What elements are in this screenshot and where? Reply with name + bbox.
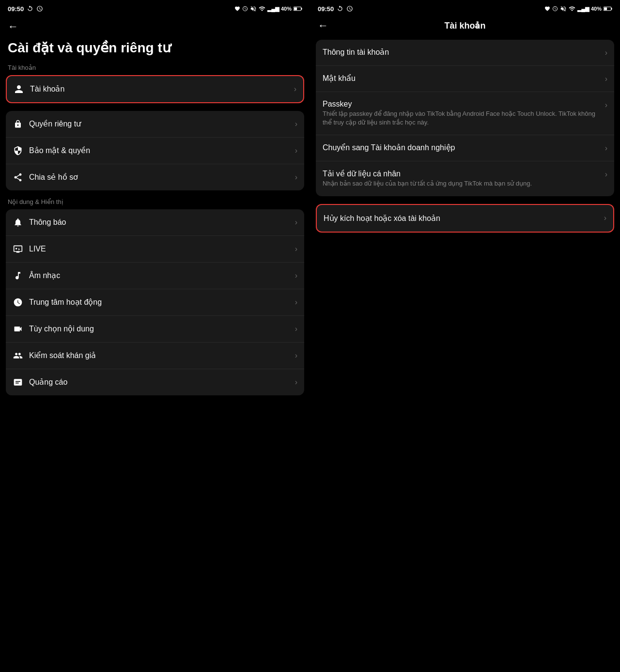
menu-item-live[interactable]: LIVE › (6, 236, 304, 263)
status-time-left: 09:50 (8, 5, 43, 13)
signal-bars-left: ▂▄▆ (267, 6, 279, 12)
right-header: ← Tài khoản (310, 16, 620, 36)
left-phone-screen: 09:50 ▂▄▆ 40% ← Cài đặt và quyền riêng t… (0, 0, 310, 672)
menu-item-trung-tam[interactable]: Trung tâm hoạt động › (6, 289, 304, 316)
right-phone-screen: 09:50 ▂▄▆ 40% ← Tài khoản Thông tin tài … (310, 0, 620, 672)
chevron-mat-khau: › (605, 75, 607, 83)
quyen-rieng-tu-label: Quyền riêng tư (29, 119, 295, 128)
alarm-icon (36, 5, 43, 12)
tai-ve-content: Tải về dữ liệu cá nhân Nhận bản sao dữ l… (323, 169, 605, 188)
menu-item-bao-mat[interactable]: Bảo mật & quyền › (6, 138, 304, 164)
alarm-icon-r (346, 5, 353, 12)
person-icon (14, 84, 24, 94)
chevron-quang-cao: › (295, 378, 297, 387)
ads-icon (13, 377, 23, 388)
bell-icon (13, 217, 23, 228)
mute-icon (250, 5, 257, 12)
menu-item-tuy-chon[interactable]: Tùy chọn nội dung › (6, 316, 304, 343)
menu-item-thong-bao[interactable]: Thông báo › (6, 209, 304, 236)
menu-item-mat-khau[interactable]: Mật khẩu › (316, 66, 614, 92)
menu-item-tai-ve[interactable]: Tải về dữ liệu cá nhân Nhận bản sao dữ l… (316, 161, 614, 196)
menu-item-kiem-soat[interactable]: Kiểm soát khán giả › (6, 343, 304, 369)
bao-mat-label: Bảo mật & quyền (29, 146, 295, 155)
mat-khau-content: Mật khẩu (323, 74, 605, 84)
live-label: LIVE (29, 245, 295, 253)
thong-tin-title: Thông tin tài khoản (323, 47, 605, 57)
mat-khau-title: Mật khẩu (323, 74, 605, 83)
tai-ve-desc: Nhận bản sao dữ liệu của bạn từ tất cả ứ… (323, 179, 605, 188)
chevron-live: › (295, 245, 297, 253)
other-account-card: Quyền riêng tư › Bảo mật & quyền › Chia … (6, 111, 304, 190)
status-icons-left: ▂▄▆ 40% (234, 5, 302, 12)
alarm2-icon (242, 6, 248, 12)
menu-item-passkey[interactable]: Passkey Thiết lập passkey để đăng nhập v… (316, 92, 614, 135)
left-header: ← (0, 16, 310, 36)
menu-item-huy-kich-hoat[interactable]: Hủy kích hoạt hoặc xóa tài khoản › (317, 205, 613, 232)
chia-se-label: Chia sẻ hồ sơ (29, 172, 295, 182)
chevron-chia-se: › (295, 173, 297, 182)
passkey-content: Passkey Thiết lập passkey để đăng nhập v… (323, 100, 605, 127)
trung-tam-label: Trung tâm hoạt động (29, 297, 295, 307)
svg-rect-2 (294, 7, 297, 10)
music-icon (13, 270, 23, 281)
refresh-icon-r (337, 5, 343, 12)
status-time-right: 09:50 (318, 5, 353, 13)
menu-item-chia-se[interactable]: Chia sẻ hồ sơ › (6, 164, 304, 190)
status-icons-right: ▂▄▆ 40% (544, 5, 612, 12)
menu-item-tai-khoan[interactable]: Tài khoản › (7, 76, 303, 102)
battery-right: 40% (591, 6, 602, 12)
account-card: Tài khoản › (6, 75, 304, 103)
chevron-tuy-chon: › (295, 325, 297, 333)
account-main-card: Thông tin tài khoản › Mật khẩu › Passkey… (316, 40, 614, 196)
lock-icon (13, 119, 23, 129)
svg-rect-1 (301, 8, 302, 10)
menu-item-am-nhac[interactable]: Âm nhạc › (6, 263, 304, 289)
chevron-bao-mat: › (295, 146, 297, 155)
chevron-trung-tam: › (295, 298, 297, 307)
svg-rect-5 (611, 8, 612, 10)
clock-icon (13, 297, 23, 308)
time-right: 09:50 (318, 5, 334, 13)
section-label-account: Tài khoản (0, 64, 310, 75)
signal-bars-right: ▂▄▆ (577, 6, 589, 12)
menu-item-quyen-rieng-tu[interactable]: Quyền riêng tư › (6, 111, 304, 138)
battery-icon-left (294, 6, 302, 11)
menu-item-chuyen-sang[interactable]: Chuyển sang Tài khoản doanh nghiệp › (316, 135, 614, 161)
passkey-title: Passkey (323, 100, 605, 109)
share-icon (13, 172, 23, 183)
chevron-chuyen-sang: › (605, 144, 607, 153)
menu-item-thong-tin[interactable]: Thông tin tài khoản › (316, 40, 614, 66)
back-button-right[interactable]: ← (318, 19, 328, 32)
svg-rect-6 (604, 7, 607, 10)
back-button-left[interactable]: ← (8, 20, 18, 33)
thong-bao-label: Thông báo (29, 218, 295, 227)
chuyen-sang-title: Chuyển sang Tài khoản doanh nghiệp (323, 143, 605, 152)
content-card: Thông báo › LIVE › Âm nhạc › Trung tâm h… (6, 209, 304, 395)
battery-left: 40% (281, 6, 292, 12)
tai-ve-title: Tải về dữ liệu cá nhân (323, 169, 605, 178)
tai-khoan-label: Tài khoản (30, 84, 294, 94)
video-icon (13, 324, 23, 334)
am-nhac-label: Âm nhạc (29, 271, 295, 280)
svg-point-3 (16, 248, 17, 249)
menu-item-quang-cao[interactable]: Quảng cáo › (6, 369, 304, 395)
chevron-thong-tin: › (605, 48, 607, 57)
kiem-soat-label: Kiểm soát khán giả (29, 351, 295, 360)
shield-icon (13, 145, 23, 156)
chevron-tai-ve: › (605, 170, 607, 179)
chevron-quyen-rieng-tu: › (295, 120, 297, 128)
heart-icon (234, 6, 240, 12)
battery-icon-right (604, 6, 612, 11)
passkey-desc: Thiết lập passkey để đăng nhập vào TikTo… (323, 109, 605, 127)
alarm2-icon-r (552, 6, 558, 12)
tv-icon (13, 244, 23, 254)
thong-tin-content: Thông tin tài khoản (323, 47, 605, 58)
status-bar-right: 09:50 ▂▄▆ 40% (310, 0, 620, 16)
chevron-kiem-soat: › (295, 351, 297, 360)
chevron-am-nhac: › (295, 271, 297, 280)
tuy-chon-label: Tùy chọn nội dung (29, 324, 295, 333)
quang-cao-label: Quảng cáo (29, 377, 295, 387)
refresh-icon (27, 5, 33, 12)
mute-icon-r (560, 5, 567, 12)
chevron-tai-khoan: › (294, 85, 296, 94)
